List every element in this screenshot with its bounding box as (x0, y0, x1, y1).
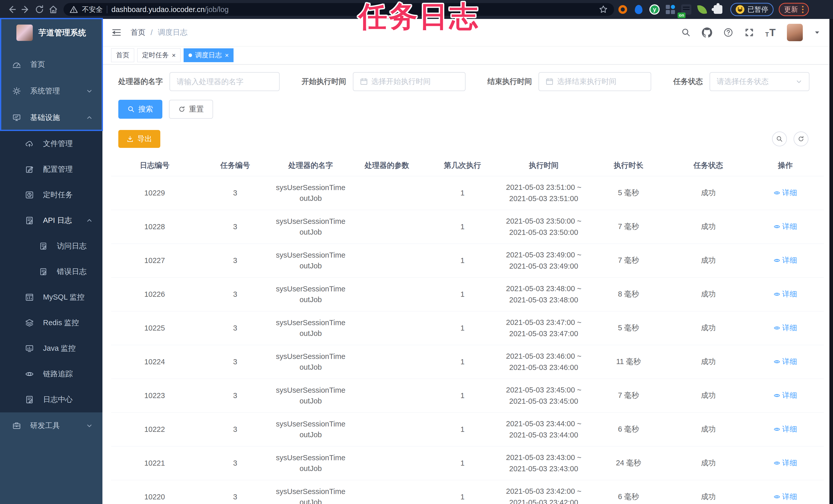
infrastructure-submenu: 文件管理 配置管理 定时任务 API 日志 访问日志 (0, 131, 102, 412)
sidebar-item-error-log[interactable]: 错误日志 (0, 259, 102, 284)
detail-link[interactable]: 详细 (774, 357, 797, 367)
eye-icon (774, 392, 780, 399)
detail-link[interactable]: 详细 (774, 323, 797, 333)
export-button[interactable]: 导出 (118, 130, 160, 148)
sidebar-item-mysql-monitor[interactable]: MySQL 监控 (0, 284, 102, 310)
table-row: 10228 3 sysUserSessionTimeoutJob 1 2021-… (111, 210, 824, 244)
address-bar[interactable]: 不安全 dashboard.yudao.iocoder.cn/job/log (64, 3, 614, 16)
detail-link[interactable]: 详细 (774, 222, 797, 232)
sidebar-item-log-center[interactable]: 日志中心 (0, 387, 102, 412)
dashboard-icon (12, 60, 22, 69)
sidebar-toggle-icon[interactable] (111, 27, 122, 38)
time-cell: 2021-05-03 23:46:00 ~2021-05-03 23:46:00 (500, 345, 587, 379)
app-title: 芋道管理系统 (39, 27, 86, 38)
sidebar-item-redis-monitor[interactable]: Redis 监控 (0, 310, 102, 336)
caret-down-icon[interactable] (814, 29, 820, 35)
home-icon[interactable] (47, 3, 60, 16)
app-logo[interactable]: 芋道管理系统 (0, 19, 102, 47)
extension-on-icon[interactable]: on (679, 2, 693, 17)
back-icon[interactable] (6, 3, 18, 16)
extension-orange-icon[interactable] (616, 2, 630, 17)
sidebar-item-system[interactable]: 系统管理 (0, 78, 102, 104)
start-time-picker[interactable]: 选择开始执行时间 (353, 72, 466, 91)
calendar-icon (546, 78, 553, 85)
bookmark-star-icon[interactable] (599, 5, 608, 14)
extension-leaf-icon[interactable] (695, 2, 709, 17)
gear-icon (12, 87, 22, 95)
duration-cell: 6 毫秒 (587, 480, 670, 504)
browser-update-button[interactable]: 更新 (779, 3, 809, 16)
not-secure-warning-icon[interactable] (70, 5, 78, 14)
font-size-icon[interactable]: TT (765, 27, 776, 37)
status-cell: 成功 (670, 345, 747, 379)
extension-drop-icon[interactable] (632, 2, 646, 17)
param-cell (349, 210, 425, 244)
log-id-cell: 10221 (111, 446, 198, 480)
status-select[interactable]: 请选择任务状态 (710, 72, 809, 91)
search-button[interactable]: 搜索 (118, 100, 162, 119)
detail-link[interactable]: 详细 (774, 424, 797, 434)
sidebar-item-api-log[interactable]: API 日志 (0, 208, 102, 233)
sidebar-item-infrastructure[interactable]: 基础设施 (0, 104, 102, 131)
chevron-up-icon (86, 217, 93, 224)
handler-name-input[interactable] (169, 72, 280, 91)
table-row: 10227 3 sysUserSessionTimeoutJob 1 2021-… (111, 244, 824, 277)
help-icon[interactable] (723, 28, 733, 37)
detail-link[interactable]: 详细 (774, 492, 797, 502)
log-id-cell: 10223 (111, 379, 198, 412)
sidebar-item-access-log[interactable]: 访问日志 (0, 233, 102, 259)
log-id-cell: 10225 (111, 311, 198, 345)
duration-cell: 5 毫秒 (587, 176, 670, 210)
table-row: 10226 3 sysUserSessionTimeoutJob 1 2021-… (111, 277, 824, 311)
close-icon[interactable]: × (225, 52, 229, 58)
eye-icon (774, 223, 780, 230)
detail-link[interactable]: 详细 (774, 289, 797, 299)
refresh-button[interactable] (793, 131, 808, 146)
duration-cell: 5 毫秒 (587, 311, 670, 345)
end-time-picker[interactable]: 选择结束执行时间 (539, 72, 651, 91)
status-cell: 成功 (670, 277, 747, 311)
fullscreen-icon[interactable] (744, 28, 754, 37)
task-id-cell: 3 (198, 210, 272, 244)
tab-job-log[interactable]: 调度日志× (184, 48, 234, 62)
task-id-cell: 3 (198, 311, 272, 345)
detail-link[interactable]: 详细 (774, 188, 797, 198)
toggle-search-button[interactable] (772, 131, 787, 146)
url-text[interactable]: dashboard.yudao.iocoder.cn/job/log (111, 5, 229, 14)
extension-puzzle-icon[interactable] (711, 2, 725, 17)
detail-link[interactable]: 详细 (774, 458, 797, 468)
detail-link[interactable]: 详细 (774, 390, 797, 401)
not-secure-label[interactable]: 不安全 (82, 5, 103, 14)
sidebar-item-dev-tools[interactable]: 研发工具 (0, 412, 102, 439)
tab-scheduled-jobs[interactable]: 定时任务× (137, 48, 181, 62)
sidebar-item-java-monitor[interactable]: Java 监控 (0, 336, 102, 361)
sidebar-item-scheduled-jobs[interactable]: 定时任务 (0, 182, 102, 208)
layers-icon (25, 319, 34, 327)
github-icon[interactable] (702, 27, 712, 37)
forward-icon[interactable] (20, 3, 32, 16)
log-id-cell: 10229 (111, 176, 198, 210)
chevron-up-icon (86, 115, 93, 121)
sidebar-item-file-management[interactable]: 文件管理 (0, 131, 102, 157)
reload-icon[interactable] (33, 3, 46, 16)
detail-link[interactable]: 详细 (774, 255, 797, 266)
sidebar-item-home[interactable]: 首页 (0, 51, 102, 78)
browser-menu-icon[interactable] (802, 6, 804, 13)
sidebar-item-config-management[interactable]: 配置管理 (0, 157, 102, 182)
table-row: 10223 3 sysUserSessionTimeoutJob 1 2021-… (111, 379, 824, 412)
reset-button[interactable]: 重置 (169, 100, 213, 119)
cloud-upload-icon (25, 140, 34, 148)
task-id-cell: 3 (198, 277, 272, 311)
extension-grid-icon[interactable] (663, 2, 677, 17)
profile-paused-chip[interactable]: 已暂停 (730, 3, 774, 16)
page-scrollbar[interactable] (829, 19, 833, 504)
breadcrumb-current: 调度日志 (158, 27, 187, 37)
avatar[interactable] (787, 24, 803, 41)
breadcrumb-home[interactable]: 首页 (130, 27, 145, 37)
search-icon[interactable] (682, 28, 691, 37)
close-icon[interactable]: × (172, 52, 176, 58)
extension-green-icon[interactable]: y (647, 2, 662, 17)
edit-square-icon (25, 165, 34, 174)
tab-home[interactable]: 首页 (111, 48, 134, 62)
sidebar-item-tracing[interactable]: 链路追踪 (0, 361, 102, 387)
